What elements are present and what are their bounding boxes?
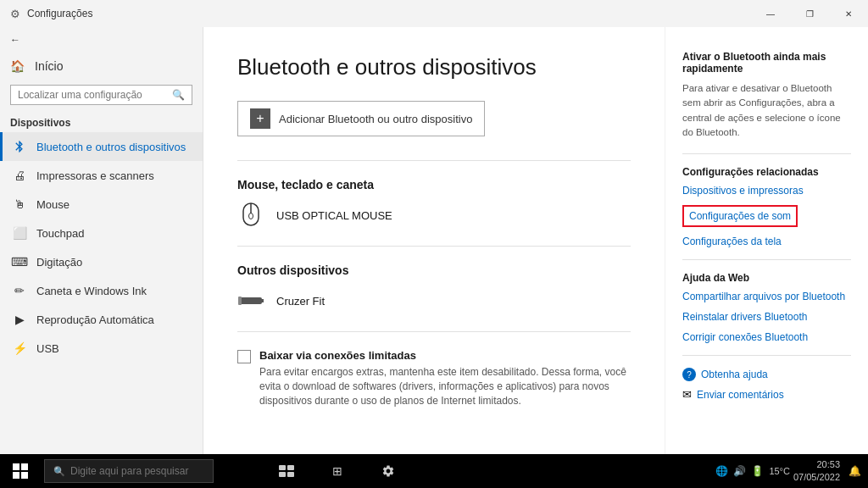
titlebar-left: ⚙ Configurações xyxy=(10,8,92,20)
mouse-device-name: USB OPTICAL MOUSE xyxy=(276,209,392,222)
svg-rect-4 xyxy=(262,299,264,302)
page-title: Bluetooth e outros dispositivos xyxy=(237,54,631,80)
related-link-sound[interactable]: Configurações de som xyxy=(682,205,798,227)
minimize-button[interactable]: — xyxy=(751,0,790,27)
typing-icon: ⌨ xyxy=(13,255,26,269)
sidebar: ← 🏠 Início 🔍 Dispositivos Bluetooth e ou… xyxy=(0,27,203,454)
titlebar-controls: — ❐ ✕ xyxy=(751,0,868,27)
search-input[interactable] xyxy=(18,89,167,101)
bluetooth-icon xyxy=(13,140,26,153)
restore-button[interactable]: ❐ xyxy=(790,0,829,27)
taskbar-search[interactable]: 🔍 xyxy=(44,459,214,483)
close-button[interactable]: ✕ xyxy=(829,0,868,27)
sidebar-item-bluetooth[interactable]: Bluetooth e outros dispositivos xyxy=(0,132,203,161)
usb-icon: ⚡ xyxy=(13,341,26,355)
taskbar-clock[interactable]: 20:53 07/05/2022 xyxy=(793,458,840,485)
home-icon: 🏠 xyxy=(10,59,25,73)
svg-rect-6 xyxy=(13,463,19,470)
back-icon: ← xyxy=(10,34,20,46)
mouse-device-icon xyxy=(237,202,264,229)
taskbar-right: 🌐 🔊 🔋 15°C 20:53 07/05/2022 🔔 xyxy=(709,458,868,485)
add-device-label: Adicionar Bluetooth ou outro dispositivo xyxy=(279,113,472,125)
sidebar-item-home[interactable]: 🏠 Início xyxy=(0,53,203,80)
sidebar-item-touchpad[interactable]: ⬜ Touchpad xyxy=(0,219,203,247)
web-help-link-fix[interactable]: Corrigir conexões Bluetooth xyxy=(682,331,851,343)
taskbar-search-icon: 🔍 xyxy=(53,466,65,477)
feedback-link[interactable]: Enviar comentários xyxy=(697,389,784,401)
related-link-devices[interactable]: Dispositivos e impressoras xyxy=(682,185,851,197)
web-help-link-share[interactable]: Compartilhar arquivos por Bluetooth xyxy=(682,291,851,302)
touchpad-icon: ⬜ xyxy=(13,226,26,240)
checkbox-content: Baixar via conexões limitadas Para evita… xyxy=(259,349,631,408)
feedback-icon: ✉ xyxy=(682,388,692,401)
home-label: Início xyxy=(35,59,63,73)
sidebar-item-mouse[interactable]: 🖱 Mouse xyxy=(0,190,203,219)
clock-time: 20:53 xyxy=(793,458,840,471)
taskbar-search-input[interactable] xyxy=(70,465,204,477)
svg-rect-11 xyxy=(287,465,294,470)
svg-rect-3 xyxy=(238,297,262,304)
add-device-button[interactable]: + Adicionar Bluetooth ou outro dispositi… xyxy=(237,101,485,136)
separator-1 xyxy=(237,160,631,161)
printer-icon: 🖨 xyxy=(13,169,26,182)
network-icon: 🌐 xyxy=(715,465,728,477)
settings-taskbar-button[interactable] xyxy=(370,454,407,488)
usb-device-icon xyxy=(237,287,264,314)
sidebar-section-label: Dispositivos xyxy=(0,110,203,132)
widgets-button[interactable]: ⊞ xyxy=(319,454,356,488)
app-body: ← 🏠 Início 🔍 Dispositivos Bluetooth e ou… xyxy=(0,27,868,454)
titlebar-title: Configurações xyxy=(27,8,92,19)
mouse-device-item: USB OPTICAL MOUSE xyxy=(237,202,631,229)
svg-rect-8 xyxy=(13,472,19,479)
main-content: Bluetooth e outros dispositivos + Adicio… xyxy=(203,27,665,454)
mouse-icon: 🖱 xyxy=(13,197,26,211)
sidebar-item-autoplay[interactable]: ▶ Reprodução Automática xyxy=(0,305,203,334)
separator-2 xyxy=(237,246,631,247)
svg-rect-13 xyxy=(287,472,294,477)
sidebar-item-typing-label: Digitação xyxy=(36,256,82,269)
pen-icon: ✏ xyxy=(13,284,26,297)
temp-label: 15°C xyxy=(769,466,790,476)
sidebar-item-touchpad-label: Touchpad xyxy=(36,227,84,240)
usb-device-name: Cruzer Fit xyxy=(276,295,325,308)
get-help-link[interactable]: Obtenha ajuda xyxy=(701,369,768,380)
sidebar-item-pen[interactable]: ✏ Caneta e Windows Ink xyxy=(0,276,203,305)
taskbar-center: ⊞ xyxy=(214,454,461,488)
feedback-row: ✉ Enviar comentários xyxy=(682,388,851,401)
right-divider-1 xyxy=(682,153,851,154)
sidebar-item-printers[interactable]: 🖨 Impressoras e scanners xyxy=(0,161,203,190)
sidebar-item-usb[interactable]: ⚡ USB xyxy=(0,334,203,363)
svg-rect-5 xyxy=(238,297,242,305)
back-button[interactable]: ← xyxy=(0,27,203,53)
task-view-button[interactable] xyxy=(268,454,305,488)
related-link-screen[interactable]: Configurações da tela xyxy=(682,236,851,247)
notification-icon[interactable]: 🔔 xyxy=(849,465,861,477)
svg-rect-10 xyxy=(279,465,286,470)
right-panel: Ativar o Bluetooth ainda mais rapidament… xyxy=(665,27,868,454)
get-help-row: ? Obtenha ajuda xyxy=(682,368,851,381)
titlebar: ⚙ Configurações — ❐ ✕ xyxy=(0,0,868,27)
usb-device-item: Cruzer Fit xyxy=(237,287,631,314)
right-divider-2 xyxy=(682,259,851,260)
sidebar-item-printers-label: Impressoras e scanners xyxy=(36,169,154,182)
sidebar-item-usb-label: USB xyxy=(36,342,59,355)
right-divider-3 xyxy=(682,355,851,356)
sidebar-item-mouse-label: Mouse xyxy=(36,198,70,211)
sidebar-item-typing[interactable]: ⌨ Digitação xyxy=(0,247,203,276)
sidebar-item-bluetooth-label: Bluetooth e outros dispositivos xyxy=(36,141,186,153)
svg-rect-9 xyxy=(21,472,28,479)
search-box[interactable]: 🔍 xyxy=(10,85,192,105)
battery-icon: 🔋 xyxy=(751,465,764,477)
limited-connection-checkbox[interactable] xyxy=(237,350,251,363)
bluetooth-tip-title: Ativar o Bluetooth ainda mais rapidament… xyxy=(682,51,851,75)
related-section-title: Configurações relacionadas xyxy=(682,166,851,178)
volume-icon: 🔊 xyxy=(733,465,746,477)
svg-rect-7 xyxy=(21,463,28,470)
start-button[interactable] xyxy=(0,454,41,488)
sidebar-item-pen-label: Caneta e Windows Ink xyxy=(36,285,147,297)
add-icon: + xyxy=(250,108,270,129)
bluetooth-tip-desc: Para ativar e desativar o Bluetooth sem … xyxy=(682,81,851,140)
other-section-title: Outros dispositivos xyxy=(237,263,631,277)
get-help-icon: ? xyxy=(682,368,696,381)
web-help-link-reinstall[interactable]: Reinstalar drivers Bluetooth xyxy=(682,311,851,323)
